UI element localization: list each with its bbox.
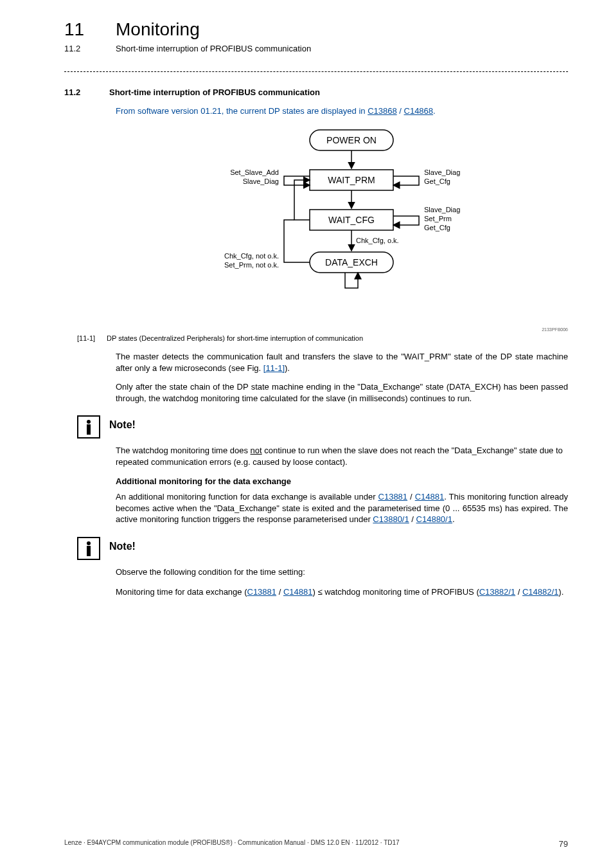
link-c13880-1[interactable]: C13880/1 bbox=[373, 514, 409, 524]
state-wait-prm: WAIT_PRM bbox=[328, 175, 375, 185]
note1-not: not bbox=[251, 446, 262, 455]
label-slave-diag-left: Slave_Diag bbox=[243, 177, 279, 185]
link-c13881[interactable]: C13881 bbox=[378, 492, 408, 502]
link-c14881-b[interactable]: C14881 bbox=[283, 587, 313, 597]
info-icon bbox=[77, 537, 100, 560]
para1-tail: ). bbox=[285, 363, 290, 373]
label-set-prm-nok: Set_Prm, not o.k. bbox=[224, 261, 279, 269]
note-title-1: Note! bbox=[109, 419, 136, 431]
diagram-code: 2133PFB006 bbox=[542, 327, 568, 332]
note-title-2: Note! bbox=[109, 541, 136, 552]
intro-suffix: . bbox=[433, 106, 436, 116]
note2-line1: Observe the following condition for the … bbox=[116, 566, 568, 578]
chapter-number: 11 bbox=[64, 19, 90, 40]
n2-c: ). bbox=[558, 587, 564, 597]
header-sub-title: Short-time interruption of PROFIBUS comm… bbox=[116, 44, 311, 53]
link-c14868[interactable]: C14868 bbox=[404, 106, 434, 116]
paragraph-3: An additional monitoring function for da… bbox=[116, 491, 568, 525]
chapter-title: Monitoring bbox=[116, 19, 200, 40]
paragraph-2: Only after the state chain of the DP sta… bbox=[116, 381, 568, 404]
paragraph-1: The master detects the communication fau… bbox=[116, 351, 568, 374]
divider bbox=[64, 71, 568, 72]
n2-b: ) ≤ watchdog monitoring time of PROFIBUS… bbox=[312, 587, 479, 597]
label-slave-diag-r2: Slave_Diag bbox=[424, 206, 460, 213]
section-number: 11.2 bbox=[64, 87, 90, 97]
para1-text: The master detects the communication fau… bbox=[116, 352, 568, 373]
section-title: Short-time interruption of PROFIBUS comm… bbox=[109, 87, 320, 97]
page-number: 79 bbox=[559, 839, 568, 849]
link-c14882-1[interactable]: C14882/1 bbox=[522, 587, 558, 597]
note1-a: The watchdog monitoring time does bbox=[116, 446, 251, 455]
info-icon bbox=[77, 415, 100, 439]
para3-s1: / bbox=[407, 492, 415, 502]
label-get-cfg-r2: Get_Cfg bbox=[424, 224, 450, 231]
figure-caption: DP states (Decentralized Peripherals) fo… bbox=[107, 334, 363, 342]
link-c14881[interactable]: C14881 bbox=[415, 492, 445, 502]
intro-prefix: From software version 01.21, the current… bbox=[116, 106, 368, 116]
link-c13881-b[interactable]: C13881 bbox=[247, 587, 277, 597]
label-chk-cfg-nok: Chk_Cfg, not o.k. bbox=[224, 252, 279, 260]
para3-t3: . bbox=[452, 514, 455, 524]
figure-label: [11-1] bbox=[77, 334, 99, 342]
n2-s1: / bbox=[276, 587, 283, 597]
para3-t1: An additional monitoring function for da… bbox=[116, 492, 378, 502]
link-c14880-1[interactable]: C14880/1 bbox=[416, 514, 452, 524]
header-sub-number: 11.2 bbox=[64, 44, 90, 53]
intro-sep: / bbox=[397, 106, 404, 116]
state-wait-cfg: WAIT_CFG bbox=[328, 215, 375, 225]
note-body-1: The watchdog monitoring time does not co… bbox=[116, 445, 568, 467]
link-fig-11-1[interactable]: [11-1] bbox=[263, 363, 285, 373]
label-slave-diag-r1: Slave_Diag bbox=[424, 168, 460, 176]
intro-text: From software version 01.21, the current… bbox=[116, 106, 568, 116]
footer-text: Lenze · E94AYCPM communication module (P… bbox=[64, 839, 400, 849]
state-data-exch: DATA_EXCH bbox=[325, 257, 378, 267]
label-get-cfg-r1: Get_Cfg bbox=[424, 177, 450, 185]
n2-s2: / bbox=[515, 587, 522, 597]
note2-line2: Monitoring time for data exchange (C1388… bbox=[116, 586, 568, 598]
state-power-on: POWER ON bbox=[326, 135, 377, 145]
subheading-additional: Additional monitoring for the data excha… bbox=[116, 476, 568, 486]
link-c13868[interactable]: C13868 bbox=[368, 106, 397, 116]
link-c13882-1[interactable]: C13882/1 bbox=[479, 587, 515, 597]
dp-state-diagram: POWER ON WAIT_PRM Set_Slave_Add Slave_Di… bbox=[116, 123, 568, 329]
label-set-prm-r: Set_Prm bbox=[424, 215, 452, 222]
label-chk-cfg-ok: Chk_Cfg, o.k. bbox=[356, 237, 399, 244]
n2-a: Monitoring time for data exchange ( bbox=[116, 587, 247, 597]
para3-s2: / bbox=[409, 514, 416, 524]
label-set-slave-add: Set_Slave_Add bbox=[230, 168, 279, 176]
